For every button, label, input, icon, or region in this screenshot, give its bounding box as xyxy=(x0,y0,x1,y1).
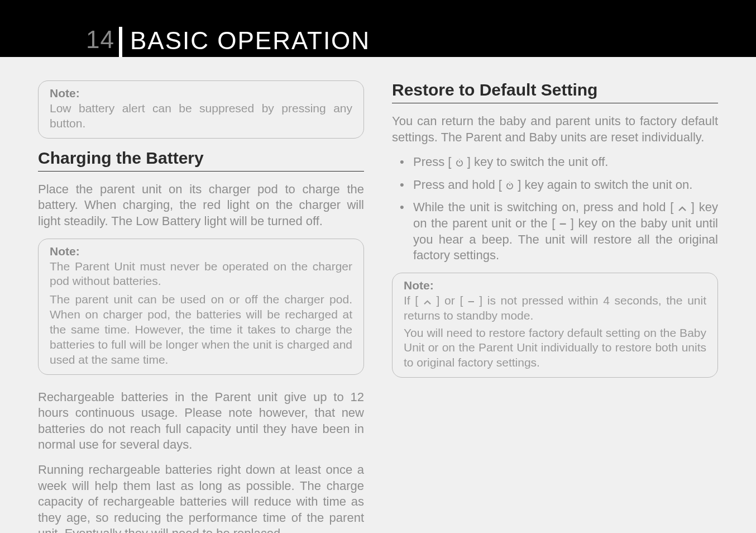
paragraph: You can return the baby and parent units… xyxy=(392,113,718,145)
list-item: While the unit is switching on, press an… xyxy=(413,199,718,263)
note-text: Low battery alert can be suppresed by pr… xyxy=(50,101,352,131)
minus-icon: – xyxy=(468,294,475,307)
right-column: Restore to Default Setting You can retur… xyxy=(392,80,718,533)
note-box-low-battery: Note: Low battery alert can be suppresed… xyxy=(38,80,364,139)
section-heading-charging: Charging the Battery xyxy=(38,149,364,172)
note-box-charger-pod: Note: The Parent Unit must never be oper… xyxy=(38,239,364,375)
text-fragment: While the unit is switching on, press an… xyxy=(413,200,678,214)
minus-icon: – xyxy=(559,216,566,230)
power-icon xyxy=(505,181,514,190)
title-box: BASIC OPERATION xyxy=(119,27,370,57)
svg-rect-2 xyxy=(458,160,461,161)
paragraph: Place the parent unit on its charger pod… xyxy=(38,182,364,230)
text-fragment: Press and hold [ xyxy=(413,178,505,192)
text-fragment: ] or [ xyxy=(432,294,468,307)
svg-rect-5 xyxy=(509,182,511,184)
text-fragment: Press [ xyxy=(413,155,455,169)
text-fragment: If [ xyxy=(404,294,423,307)
note-text: The Parent Unit must never be operated o… xyxy=(50,259,352,289)
instruction-list: Press [ ] key to switch the unit off. Pr… xyxy=(392,154,718,264)
note-text: If [ ] or [ – ] is not pressed within 4 … xyxy=(404,293,706,323)
chevron-up-icon xyxy=(678,206,687,212)
chevron-up-icon xyxy=(423,299,432,306)
page-body: Note: Low battery alert can be suppresed… xyxy=(0,57,756,533)
list-item: Press and hold [ ] key again to switch t… xyxy=(413,177,718,193)
paragraph: Rechargeable batteries in the Parent uni… xyxy=(38,389,364,453)
note-text: You will need to restore factory default… xyxy=(404,326,706,371)
section-heading-restore: Restore to Default Setting xyxy=(392,80,718,103)
list-item: Press [ ] key to switch the unit off. xyxy=(413,154,718,170)
page-number: 14 xyxy=(86,26,119,57)
note-label: Note: xyxy=(404,279,706,292)
paragraph: Running rechargeable batteries right dow… xyxy=(38,462,364,533)
page-title: BASIC OPERATION xyxy=(130,27,370,54)
page-header: 14 BASIC OPERATION xyxy=(0,0,756,57)
text-fragment: ] key to switch the unit off. xyxy=(464,155,609,169)
left-column: Note: Low battery alert can be suppresed… xyxy=(38,80,364,533)
power-icon xyxy=(455,158,464,167)
note-text: The parent unit can be used on or off th… xyxy=(50,292,352,367)
note-label: Note: xyxy=(50,245,352,258)
header-inner: 14 BASIC OPERATION xyxy=(86,26,370,57)
note-box-restore: Note: If [ ] or [ – ] is not pressed wit… xyxy=(392,273,718,378)
note-label: Note: xyxy=(50,87,352,100)
text-fragment: ] key again to switch the unit on. xyxy=(514,178,692,192)
